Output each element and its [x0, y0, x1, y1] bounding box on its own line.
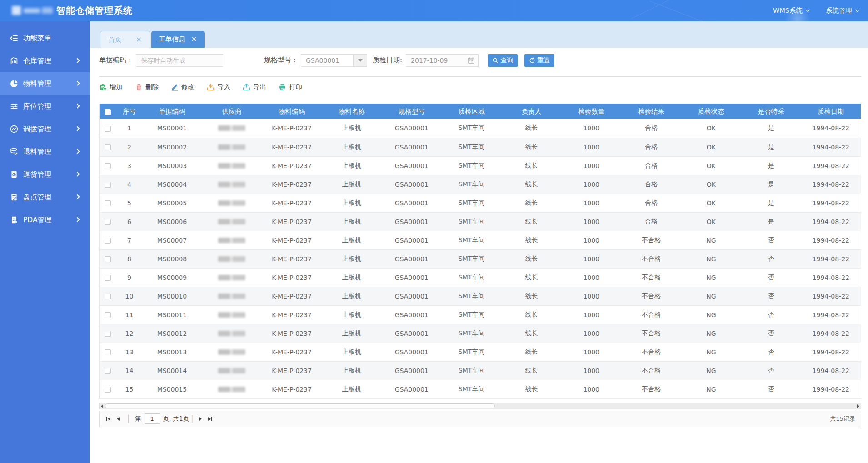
sidebar-item-stocktake[interactable]: 盘点管理	[0, 186, 90, 209]
chevron-right-icon	[75, 58, 80, 63]
sidebar-item-warehouse[interactable]: 仓库管理	[0, 50, 90, 72]
cell-检验结果: 合格	[621, 175, 681, 194]
page-number-input[interactable]	[145, 413, 160, 424]
row-checkbox[interactable]	[105, 349, 111, 355]
supplier-blurred-text	[218, 200, 245, 206]
return-doc-icon	[10, 170, 18, 179]
cell-质检区域: SMT车间	[442, 194, 502, 212]
table-row[interactable]: 13MS00013K-ME-P-0237上板机GSA00001SMT车间线长10…	[100, 343, 861, 361]
row-checkbox[interactable]	[105, 182, 111, 188]
table-row[interactable]: 7MS00007K-ME-P-0237上板机GSA00001SMT车间线长100…	[100, 231, 861, 249]
triangle-down-icon	[358, 59, 363, 62]
table-row[interactable]: 8MS00008K-ME-P-0237上板机GSA00001SMT车间线长100…	[100, 249, 861, 268]
cell-物料编码: K-ME-P-0237	[262, 175, 322, 194]
table-row[interactable]: 11MS00011K-ME-P-0237上板机GSA00001SMT车间线长10…	[100, 305, 861, 324]
next-page-button[interactable]	[198, 416, 203, 422]
row-checkbox[interactable]	[105, 331, 111, 337]
header-menu-system[interactable]: 系统管理	[826, 6, 859, 15]
close-icon[interactable]: ×	[191, 36, 197, 43]
row-checkbox[interactable]	[105, 144, 111, 150]
table-row[interactable]: 10MS00010K-ME-P-0237上板机GSA00001SMT车间线长10…	[100, 287, 861, 305]
chevron-right-icon	[75, 81, 80, 86]
table-row[interactable]: 2MS00002K-ME-P-0237上板机GSA00001SMT车间线长100…	[100, 138, 861, 156]
row-checkbox[interactable]	[105, 368, 111, 374]
cell-物料名称: 上板机	[322, 380, 382, 398]
print-button[interactable]: 打印	[279, 83, 302, 91]
horizontal-scrollbar[interactable]	[99, 403, 861, 409]
table-row[interactable]: 6MS00006K-ME-P-0237上板机GSA00001SMT车间线长100…	[100, 212, 861, 231]
spec-label: 规格型号：	[264, 56, 298, 65]
spec-input[interactable]	[301, 55, 353, 66]
sidebar: 功能菜单仓库管理物料管理库位管理调拨管理退料管理退货管理盘点管理PDA管理	[0, 21, 90, 463]
sidebar-item-location[interactable]: 库位管理	[0, 95, 90, 118]
cell-检验结果: 不合格	[621, 380, 681, 398]
close-icon[interactable]: ×	[136, 36, 142, 43]
cell-是否特采: 是	[741, 138, 801, 156]
select-all-checkbox[interactable]	[105, 109, 111, 115]
tab-work-order[interactable]: 工单信息×	[151, 31, 205, 48]
table-row[interactable]: 14MS00014K-ME-P-0237上板机GSA00001SMT车间线长10…	[100, 361, 861, 380]
row-checkbox[interactable]	[105, 163, 111, 169]
tab-home[interactable]: 首页×	[100, 31, 150, 48]
sidebar-item-label: 退料管理	[23, 147, 51, 157]
main-content: 首页×工单信息× 单据编码： 规格型号： 质检日期: 查询 重置 增加删除修改导…	[90, 21, 868, 463]
row-checkbox[interactable]	[105, 294, 111, 299]
cell-序号: 2	[117, 138, 142, 156]
cell-规格型号: GSA00001	[382, 380, 442, 398]
table-row[interactable]: 12MS00012K-ME-P-0237上板机GSA00001SMT车间线长10…	[100, 324, 861, 343]
table-row[interactable]: 5MS00005K-ME-P-0237上板机GSA00001SMT车间线长100…	[100, 194, 861, 212]
cell-负责人: 线长	[501, 268, 561, 287]
delete-button[interactable]: 删除	[135, 83, 159, 91]
row-checkbox[interactable]	[105, 126, 111, 132]
table-row[interactable]: 1MS00001K-ME-P-0237上板机GSA00001SMT车间线长100…	[100, 119, 861, 138]
row-checkbox[interactable]	[105, 238, 111, 244]
cell-是否特采: 否	[741, 361, 801, 380]
row-checkbox[interactable]	[105, 275, 111, 281]
export-button[interactable]: 导出	[243, 83, 266, 91]
cell-负责人: 线长	[501, 194, 561, 212]
edit-button[interactable]: 修改	[171, 83, 195, 91]
cell-负责人: 线长	[501, 343, 561, 361]
cell-是否特采: 是	[741, 212, 801, 231]
import-icon	[207, 83, 215, 91]
table-row[interactable]: 3MS00003K-ME-P-0237上板机GSA00001SMT车间线长100…	[100, 156, 861, 175]
last-page-button[interactable]	[207, 415, 214, 422]
search-button[interactable]: 查询	[488, 54, 518, 67]
cell-单据编码: MS00010	[142, 287, 202, 305]
table-row[interactable]: 4MS00004K-ME-P-0237上板机GSA00001SMT车间线长100…	[100, 175, 861, 194]
row-checkbox[interactable]	[105, 219, 111, 225]
add-button[interactable]: 增加	[99, 83, 123, 91]
import-button[interactable]: 导入	[207, 83, 230, 91]
scroll-left-icon[interactable]	[101, 404, 103, 408]
first-page-button[interactable]	[105, 415, 112, 422]
row-checkbox[interactable]	[105, 387, 111, 393]
select-all-header-cell	[100, 104, 117, 119]
cell-规格型号: GSA00001	[382, 231, 442, 249]
scrollbar-thumb[interactable]	[105, 403, 495, 408]
cell-质检区域: SMT车间	[442, 231, 502, 249]
sidebar-item-function-menu[interactable]: 功能菜单	[0, 27, 90, 50]
cell-质检状态: OK	[681, 156, 741, 175]
calendar-icon[interactable]	[468, 57, 475, 64]
column-header-6: 质检区域	[442, 104, 502, 119]
prev-page-button[interactable]	[115, 416, 121, 422]
doc-code-input[interactable]	[136, 54, 223, 67]
sidebar-item-pda[interactable]: PDA管理	[0, 209, 90, 231]
row-checkbox[interactable]	[105, 256, 111, 262]
sidebar-item-material-return[interactable]: 退料管理	[0, 140, 90, 163]
reset-button[interactable]: 重置	[524, 54, 554, 67]
reset-button-label: 重置	[538, 56, 550, 65]
table-row[interactable]: 15MS00015K-ME-P-0237上板机GSA00001SMT车间线长10…	[100, 380, 861, 398]
scroll-right-icon[interactable]	[857, 404, 859, 408]
spec-dropdown-button[interactable]	[353, 55, 367, 66]
row-checkbox[interactable]	[105, 200, 111, 206]
sidebar-item-goods-return[interactable]: 退货管理	[0, 163, 90, 186]
cell-负责人: 线长	[501, 287, 561, 305]
cell-质检区域: SMT车间	[442, 361, 502, 380]
cell-负责人: 线长	[501, 324, 561, 343]
cell-规格型号: GSA00001	[382, 175, 442, 194]
row-checkbox[interactable]	[105, 312, 111, 318]
sidebar-item-material[interactable]: 物料管理	[0, 72, 90, 95]
table-row[interactable]: 9MS00009K-ME-P-0237上板机GSA00001SMT车间线长100…	[100, 268, 861, 287]
sidebar-item-transfer[interactable]: 调拨管理	[0, 118, 90, 140]
